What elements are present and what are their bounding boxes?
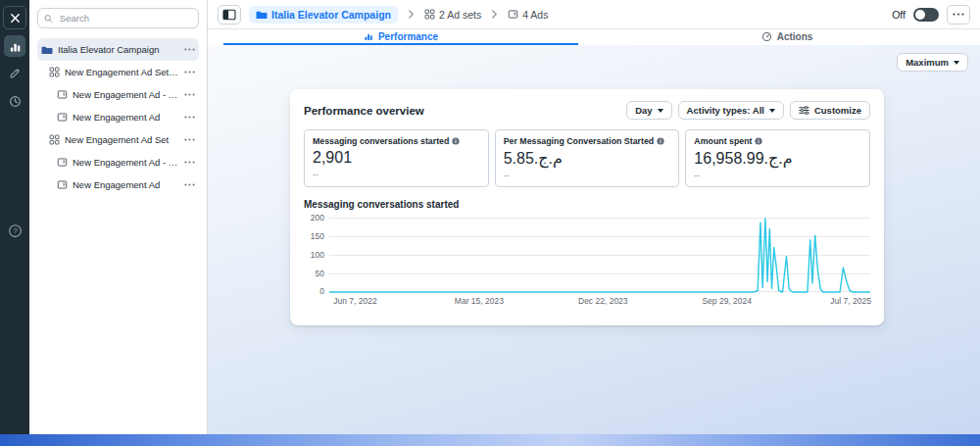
more-options-button[interactable] [184, 116, 195, 119]
breadcrumb-ads[interactable]: 4 Ads [508, 9, 548, 21]
sidebar-panel-icon [222, 9, 236, 21]
header-more-options-button[interactable] [947, 5, 970, 25]
tree-item-label: New Engagement Ad [73, 179, 179, 190]
main-area: Italia Elevator Campaign 2 Ad sets 4 Ads… [208, 0, 980, 434]
close-icon [10, 13, 21, 24]
tab-performance-label: Performance [378, 31, 438, 42]
breadcrumb-campaign-label: Italia Elevator Campaign [271, 9, 391, 21]
x-tick-label: Dec 22, 2023 [578, 296, 628, 306]
toggle-knob [915, 10, 925, 20]
metric-number: 5.85 [504, 150, 534, 167]
ad-page-icon [57, 112, 68, 123]
metric-value: 5.85.ج.م [504, 149, 671, 168]
breadcrumb-adsets[interactable]: 2 Ad sets [424, 9, 481, 21]
tune-icon [799, 105, 809, 116]
ellipsis-icon [184, 71, 195, 74]
day-dropdown-label: Day [635, 105, 652, 116]
bottom-edge-strip [0, 434, 980, 446]
chevron-right-icon [491, 10, 498, 19]
tree-item-adset[interactable]: New Engagement Ad Set - Copy (15... [45, 61, 199, 83]
ellipsis-icon [184, 138, 195, 141]
card-title: Performance overview [304, 105, 620, 117]
help-button[interactable]: ? [4, 220, 25, 241]
svg-text:?: ? [13, 226, 18, 235]
ad-page-icon [57, 157, 68, 168]
campaign-tree-panel: Italia Elevator Campaign New Engagement … [29, 0, 208, 434]
y-tick-label: 100 [311, 250, 324, 260]
more-options-button[interactable] [184, 183, 195, 186]
info-icon[interactable] [452, 137, 460, 145]
ellipsis-icon [184, 183, 195, 186]
info-icon[interactable] [755, 137, 762, 145]
card-header: Performance overview Day Activity types:… [304, 101, 870, 120]
help-icon: ? [8, 223, 23, 238]
y-tick-label: 50 [316, 269, 324, 278]
more-options-button[interactable] [184, 161, 195, 164]
content-area: Maximum Performance overview Day Activit… [208, 45, 980, 434]
chart-line [329, 219, 870, 292]
tree-item-ad[interactable]: New Engagement Ad - Copy [53, 151, 199, 173]
performance-overview-card: Performance overview Day Activity types:… [290, 89, 884, 325]
pencil-icon [9, 68, 21, 79]
tab-actions[interactable]: Actions [610, 29, 964, 45]
search-input[interactable] [58, 12, 192, 25]
tree-item-label: New Engagement Ad - Copy [73, 89, 179, 100]
tree-item-label: New Engagement Ad [73, 112, 179, 123]
adset-grid-icon [49, 134, 60, 145]
view-tabs: Performance Actions [208, 29, 980, 45]
close-button[interactable] [3, 6, 26, 29]
maximum-dropdown[interactable]: Maximum [897, 53, 968, 72]
ad-page-icon [57, 179, 68, 190]
activity-types-dropdown[interactable]: Activity types: All [678, 101, 784, 120]
metrics-row: Messaging conversations started 2,901 --… [304, 129, 870, 187]
breadcrumb-campaign[interactable]: Italia Elevator Campaign [249, 6, 398, 24]
bar-chart-icon [9, 40, 22, 53]
more-options-button[interactable] [184, 93, 195, 96]
chart-title: Messaging conversations started [304, 199, 870, 210]
gauge-icon [761, 31, 772, 42]
tree-item-ad[interactable]: New Engagement Ad - Copy [53, 83, 199, 106]
tree-item-ad[interactable]: New Engagement Ad [53, 106, 199, 128]
customize-button[interactable]: Customize [790, 101, 870, 120]
chart-plot[interactable] [329, 218, 870, 292]
metric-secondary: -- [694, 171, 861, 180]
edit-nav-button[interactable] [4, 63, 25, 84]
day-dropdown[interactable]: Day [626, 101, 671, 120]
chevron-down-icon [769, 109, 775, 113]
x-tick-label: Sep 29, 2024 [702, 296, 752, 306]
tree-item-label: New Engagement Ad Set [65, 134, 179, 145]
tree-item-campaign[interactable]: Italia Elevator Campaign [37, 38, 199, 61]
metric-secondary: -- [313, 170, 480, 179]
tree-search[interactable] [37, 8, 199, 28]
tree-item-label: New Engagement Ad - Copy [73, 157, 179, 168]
ads-manager-app: ? Italia Elevator Campaign New Engagemen… [0, 0, 980, 446]
maximum-row: Maximum [208, 45, 980, 72]
ellipsis-icon [184, 48, 195, 51]
charts-nav-button[interactable] [4, 35, 25, 57]
more-options-button[interactable] [184, 48, 195, 51]
metric-value: 16,958.99.ج.م [694, 149, 861, 168]
y-tick-label: 150 [311, 231, 324, 241]
tab-performance[interactable]: Performance [223, 29, 578, 45]
metric-currency: .ج.م [764, 150, 793, 167]
more-options-button[interactable] [184, 138, 195, 141]
bar-chart-icon [364, 31, 373, 41]
tree-item-ad[interactable]: New Engagement Ad [53, 173, 199, 196]
activity-types-label: Activity types: All [687, 105, 764, 116]
adset-grid-icon [424, 9, 435, 20]
metric-label: Messaging conversations started [313, 136, 449, 146]
x-tick-label: Jul 7, 2025 [830, 296, 871, 306]
tree-item-adset[interactable]: New Engagement Ad Set [45, 128, 199, 151]
collapse-sidebar-button[interactable] [218, 5, 241, 25]
x-tick-label: Jun 7, 2022 [333, 296, 376, 306]
metric-label: Amount spent [694, 136, 752, 146]
more-options-button[interactable] [184, 71, 195, 74]
y-tick-label: 200 [311, 213, 324, 223]
search-icon [44, 14, 53, 24]
campaign-status-toggle[interactable] [913, 8, 939, 22]
history-nav-button[interactable] [4, 90, 25, 112]
metric-label-row: Messaging conversations started [313, 136, 480, 146]
metric-number: 16,958.99 [694, 150, 763, 167]
info-icon[interactable] [657, 137, 664, 145]
folder-icon [41, 44, 53, 56]
